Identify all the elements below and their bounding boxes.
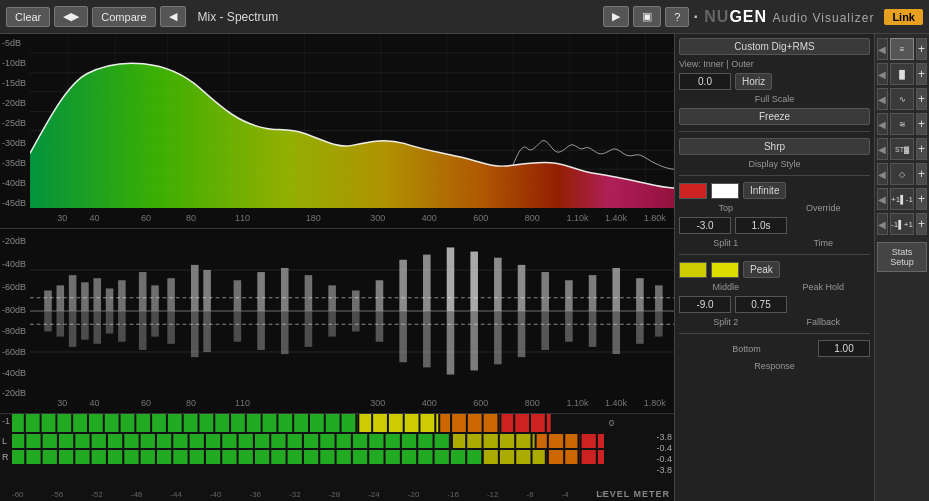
middle-labels-row: Middle Peak Hold — [679, 282, 870, 292]
side-plus-5[interactable]: + — [916, 138, 927, 160]
svg-rect-29 — [118, 280, 126, 311]
side-bars-icon-1[interactable]: ▐▌ — [890, 63, 914, 85]
svg-rect-45 — [470, 252, 478, 311]
peak-button[interactable]: Peak — [743, 261, 780, 278]
right-panel: Custom Dig+RMS View: Inner | Outer 0.0 H… — [674, 34, 874, 501]
side-minus1-icon[interactable]: -1▌+1 — [890, 213, 914, 235]
spectrum-visualization — [30, 34, 674, 208]
meter-scale-labels: -60 -56 -52 -48 -44 -40 -36 -32 -28 -24 … — [12, 490, 604, 499]
svg-rect-25 — [69, 275, 77, 311]
db-readout-1: -3.8 — [656, 432, 672, 442]
svg-rect-164 — [547, 434, 549, 448]
freq-label: 1.10k — [566, 398, 588, 408]
side-left-arrow-6[interactable]: ◀ — [877, 163, 888, 185]
side-plus-2[interactable]: + — [916, 63, 927, 85]
side-plus-6[interactable]: + — [916, 163, 927, 185]
spectrum-area: -5dB -10dB -15dB -20dB -25dB -30dB -35dB… — [0, 34, 674, 229]
svg-rect-202 — [514, 450, 516, 464]
side-left-arrow-5[interactable]: ◀ — [877, 138, 888, 160]
side-diamond-icon[interactable]: ◇ — [890, 163, 914, 185]
side-btn-group-6: ◀ ◇ + — [877, 163, 927, 185]
side-plus-7[interactable]: + — [916, 188, 927, 210]
compare-button[interactable]: Compare — [92, 7, 155, 27]
infinite-button[interactable]: Infinite — [743, 182, 786, 199]
stop-button[interactable]: ▣ — [633, 6, 661, 27]
display-style-label: Display Style — [679, 159, 870, 169]
side-plus-4[interactable]: + — [916, 113, 927, 135]
red-swatch[interactable] — [679, 183, 707, 199]
response-row: Bottom 1.00 — [679, 340, 870, 357]
svg-rect-188 — [286, 450, 288, 464]
main-area: -5dB -10dB -15dB -20dB -25dB -30dB -35dB… — [0, 34, 929, 501]
help-button[interactable]: ? — [665, 7, 689, 27]
svg-rect-108 — [292, 414, 294, 432]
shrp-button[interactable]: Shrp — [679, 138, 870, 155]
split2-input[interactable]: -9.0 — [679, 296, 731, 313]
svg-rect-207 — [596, 450, 598, 464]
freq-label: 600 — [473, 398, 488, 408]
freq-label: 30 — [57, 398, 67, 408]
svg-rect-111 — [340, 414, 342, 432]
side-left-arrow-7[interactable]: ◀ — [877, 188, 888, 210]
freq-label-30: 30 — [57, 213, 67, 223]
svg-rect-160 — [482, 434, 484, 448]
side-wave-icon-2[interactable]: ≋ — [890, 113, 914, 135]
db-label: -20dB — [2, 98, 26, 108]
svg-rect-74 — [423, 311, 431, 367]
svg-rect-155 — [400, 434, 402, 448]
side-wave-icon-1[interactable]: ∿ — [890, 88, 914, 110]
white-swatch[interactable] — [711, 183, 739, 199]
side-left-arrow-1[interactable]: ◀ — [877, 38, 888, 60]
response-input[interactable]: 1.00 — [818, 340, 870, 357]
db-label: -40dB — [2, 368, 26, 378]
side-st-icon[interactable]: ST▓ — [890, 138, 914, 160]
svg-rect-166 — [580, 434, 582, 448]
split1-label: Split 1 — [679, 238, 773, 248]
freeze-button[interactable]: Freeze — [679, 108, 870, 125]
custom-dig-rms-button[interactable]: Custom Dig+RMS — [679, 38, 870, 55]
svg-rect-132 — [24, 434, 26, 448]
link-button[interactable]: Link — [884, 9, 923, 25]
horiz-button[interactable]: Horiz — [735, 73, 772, 90]
svg-rect-67 — [257, 311, 265, 350]
db-label: -80dB — [2, 326, 26, 336]
time-input[interactable]: 1.0s — [735, 217, 787, 234]
side-plus-3[interactable]: + — [916, 88, 927, 110]
stats-setup-button[interactable]: Stats Setup — [877, 242, 927, 272]
svg-rect-96 — [103, 414, 105, 432]
svg-rect-205 — [563, 450, 565, 464]
svg-rect-54 — [44, 311, 52, 332]
side-left-arrow-8[interactable]: ◀ — [877, 213, 888, 235]
side-plus1-icon[interactable]: +1▌-1 — [890, 188, 914, 210]
svg-rect-167 — [596, 434, 598, 448]
back-button[interactable]: ◀▶ — [54, 6, 88, 27]
svg-rect-150 — [318, 434, 320, 448]
side-plus-1[interactable]: + — [916, 38, 927, 60]
svg-rect-114 — [387, 414, 389, 432]
svg-rect-105 — [245, 414, 247, 432]
left-arrow-button[interactable]: ◀ — [160, 6, 186, 27]
svg-rect-59 — [106, 311, 114, 334]
svg-rect-82 — [612, 311, 620, 354]
value-input[interactable]: 0.0 — [679, 73, 731, 90]
minus1-label: -1 — [2, 416, 10, 426]
fallback-input[interactable]: 0.75 — [735, 296, 787, 313]
top-row: Infinite — [679, 182, 870, 199]
scale-label: -12 — [487, 490, 499, 499]
play-button[interactable]: ▶ — [603, 6, 629, 27]
yellow2-swatch[interactable] — [711, 262, 739, 278]
side-plus-8[interactable]: + — [916, 213, 927, 235]
side-line-icon-1[interactable]: ≡ — [890, 38, 914, 60]
side-btn-group-7: ◀ +1▌-1 + — [877, 188, 927, 210]
svg-rect-137 — [106, 434, 108, 448]
clear-button[interactable]: Clear — [6, 7, 50, 27]
side-left-arrow-4[interactable]: ◀ — [877, 113, 888, 135]
scale-label: -20 — [408, 490, 420, 499]
top-labels-row: Top Override — [679, 203, 870, 213]
split1-input[interactable]: -3.0 — [679, 217, 731, 234]
freq-label-40: 40 — [89, 213, 99, 223]
side-left-arrow-3[interactable]: ◀ — [877, 88, 888, 110]
yellow-swatch[interactable] — [679, 262, 707, 278]
side-left-arrow-2[interactable]: ◀ — [877, 63, 888, 85]
svg-rect-37 — [281, 268, 289, 311]
